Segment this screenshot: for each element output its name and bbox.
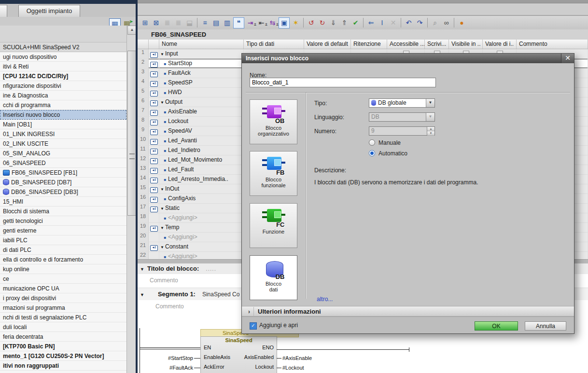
- ob-block-button[interactable]: OB Bloccoorganizzativo: [250, 99, 297, 144]
- section-collapse-icon[interactable]: ▼: [159, 50, 165, 58]
- cell-nome[interactable]: ■SpeedAV: [159, 126, 244, 136]
- compile-icon[interactable]: ✔: [350, 18, 361, 28]
- pin-lockout[interactable]: Lockout: [255, 364, 274, 370]
- operand-axisenable[interactable]: #AxisEnable: [282, 355, 312, 361]
- tree-item-tazioni-security[interactable]: tazioni Security: [0, 371, 126, 373]
- fb-block-button[interactable]: FB Bloccofunzionale: [250, 151, 297, 196]
- tree-item--ktp700-basic-pn-[interactable]: [KTP700 Basic PN]: [0, 342, 126, 351]
- column-header-visibile-in[interactable]: Visibile in ..: [449, 40, 483, 49]
- cell-nome[interactable]: ■StartStop: [159, 59, 244, 68]
- fc-block-button[interactable]: FC Funzione: [250, 203, 297, 248]
- section-collapse-icon[interactable]: ▼: [159, 205, 165, 213]
- cell-nome[interactable]: ■Led_Fault: [159, 165, 244, 174]
- cell-nome[interactable]: ■HWD: [159, 88, 244, 97]
- pin-en[interactable]: EN: [204, 345, 211, 350]
- tree-item-05-sim-analog[interactable]: 05_SIM_ANALOG: [0, 149, 126, 158]
- know-how-protection-icon[interactable]: ●: [457, 18, 467, 28]
- comment-icon[interactable]: ❝: [233, 17, 244, 28]
- expander-arrow-icon[interactable]: ›: [245, 307, 254, 317]
- snapshot-icon[interactable]: ⇤±: [256, 18, 266, 28]
- cell-nome[interactable]: ▼InOut: [159, 184, 244, 193]
- undo-icon[interactable]: ↶: [404, 18, 414, 28]
- tree-item-01-link-ingressi[interactable]: 01_LINK INGRESSI: [0, 129, 126, 139]
- cell-nome[interactable]: ■ConfigAxis: [159, 194, 244, 203]
- test-glasses-icon[interactable]: ∞: [441, 18, 451, 28]
- tree-item-mento-1-g120-cu250s-2-pn-vecto[interactable]: mento_1 [G120 CU250S-2 PN Vector]: [0, 351, 126, 361]
- radio-manuale-label[interactable]: Manuale: [378, 139, 401, 146]
- operand-lockout[interactable]: #Lockout: [282, 365, 304, 371]
- goto-definition-icon[interactable]: ⇐: [366, 18, 376, 28]
- discard-values-icon[interactable]: ↻: [317, 18, 327, 28]
- column-header-valore-di-i[interactable]: Valore di i..: [483, 40, 517, 49]
- tree-item-ella-di-controllo-e-di-forzame[interactable]: ella di controllo e di forzamento: [0, 255, 126, 264]
- tree-scrollbar[interactable]: ▲: [126, 26, 136, 373]
- cell-nome[interactable]: ▼Static: [159, 204, 244, 213]
- aggiungi-e-apri-checkbox[interactable]: ✓: [250, 322, 257, 330]
- radio-automatico[interactable]: [369, 150, 375, 156]
- tree-item-02-link-uscite[interactable]: 02_LINK USCITE: [0, 139, 126, 149]
- column-header-commento[interactable]: Commento: [517, 40, 588, 49]
- expand-members-icon[interactable]: ≡: [200, 18, 210, 28]
- column-header-scrivi[interactable]: Scrivi...: [425, 40, 449, 49]
- tree-item-cchi-di-programma[interactable]: cchi di programma: [0, 100, 126, 110]
- reset-start-values-icon[interactable]: ↺: [306, 18, 316, 28]
- pin-ackerror[interactable]: AckError: [204, 364, 224, 370]
- tree-item-main-ob1-[interactable]: Main [OB1]: [0, 120, 126, 129]
- tree-item-genti-esterne[interactable]: genti esterne: [0, 226, 126, 235]
- cell-nome[interactable]: ▼Input: [159, 49, 244, 58]
- monitor-all-icon[interactable]: ⇥±: [245, 18, 255, 28]
- tree-item-scuola-hmi-sinaspeed-v2[interactable]: SCUOLA+HMI SinaSpeed V2: [0, 42, 126, 52]
- tree-item-itivi-non-raggruppati[interactable]: itivi non raggruppati: [0, 361, 126, 371]
- redo-icon[interactable]: ↷: [415, 18, 425, 28]
- close-icon[interactable]: ✕: [561, 54, 574, 63]
- expand-rows-icon[interactable]: I: [377, 18, 387, 28]
- aggiungi-e-apri-label[interactable]: Aggiungi e apri: [259, 322, 298, 329]
- fbd-function-block[interactable]: SinaSpeed EN ENO EnableAxis AxisEnabled …: [200, 336, 277, 373]
- tipo-dropdown-arrow-icon[interactable]: ▼: [426, 99, 434, 107]
- load-snapshot-icon[interactable]: ⇓: [328, 18, 338, 28]
- pin-axisenabled[interactable]: AxisEnabled: [244, 354, 274, 360]
- tree-item-duli-locali[interactable]: duli locali: [0, 322, 126, 332]
- interface-layout-icon[interactable]: ▣: [279, 17, 290, 28]
- column-header-empty[interactable]: [149, 40, 159, 49]
- insert-row-icon[interactable]: ⊞: [140, 18, 150, 28]
- cell-nome[interactable]: ▼Temp: [159, 223, 244, 232]
- operand-faultack[interactable]: #FaultAck: [152, 365, 193, 371]
- cell-nome[interactable]: ▼Output: [159, 97, 244, 107]
- find-icon[interactable]: ⌕: [430, 18, 440, 28]
- column-header-tipo-di-dati[interactable]: Tipo di dati: [244, 40, 304, 49]
- tree-item-ce[interactable]: ce: [0, 274, 126, 284]
- tree-item-ine-diagnostica[interactable]: ine & Diagnostica: [0, 91, 126, 100]
- tree-item-feria-decentrata[interactable]: feria decentrata: [0, 332, 126, 342]
- operand-startstop[interactable]: #StartStop: [152, 355, 193, 361]
- tab-oggetti-impianto[interactable]: Oggetti impianto: [18, 5, 80, 17]
- tree-item-15-hmi[interactable]: 15_HMI: [0, 197, 126, 207]
- column-header-accessibile[interactable]: Accessibile ...: [387, 40, 425, 49]
- collapse-triangle-icon[interactable]: ▼: [140, 267, 144, 272]
- cell-nome[interactable]: ■Led_Avanti: [159, 136, 244, 145]
- pane-vertical-icon[interactable]: ▥: [222, 18, 232, 28]
- altro-link[interactable]: altro...: [317, 296, 333, 303]
- cell-nome[interactable]: ■Led_Mot_Movimento: [159, 155, 244, 165]
- tree-item-blocchi-di-sistema[interactable]: Blocchi di sistema: [0, 207, 126, 216]
- tree-item-di-dati-plc[interactable]: di dati PLC: [0, 245, 126, 255]
- tree-item-getti-tecnologici[interactable]: getti tecnologici: [0, 216, 126, 226]
- annulla-button[interactable]: Annulla: [525, 321, 566, 331]
- radio-automatico-label[interactable]: Automatico: [378, 150, 407, 157]
- tree-item-municazione-opc-ua[interactable]: municazione OPC UA: [0, 284, 126, 293]
- pin-eno[interactable]: ENO: [262, 345, 274, 350]
- column-header-nome[interactable]: Nome: [159, 40, 244, 49]
- cell-nome[interactable]: ■FaultAck: [159, 69, 244, 78]
- cell-nome[interactable]: ■SpeedSP: [159, 78, 244, 87]
- radio-manuale[interactable]: [369, 139, 375, 146]
- tree-item-i-proxy-dei-dispositivi[interactable]: i proxy dei dispositivi: [0, 293, 126, 303]
- optimize-icon[interactable]: ✶: [291, 18, 301, 28]
- pin-enableaxis[interactable]: EnableAxis: [204, 354, 230, 360]
- db-block-button[interactable]: DB Bloccodati: [250, 255, 297, 300]
- tree-item-db-sinaspeed-db7-[interactable]: DB_SINASPEED [DB7]: [0, 178, 126, 187]
- tree-item--cpu-1214c-dc-dc-rly-[interactable]: [CPU 1214C DC/DC/Rly]: [0, 71, 126, 81]
- write-start-values-icon[interactable]: ⇑: [339, 18, 350, 28]
- cell-nome[interactable]: ■<Aggiungi>: [159, 233, 244, 242]
- column-header-ritenzione[interactable]: Ritenzione: [351, 40, 387, 49]
- tree-item-06-sinaspeed[interactable]: 06_SINASPEED: [0, 158, 126, 168]
